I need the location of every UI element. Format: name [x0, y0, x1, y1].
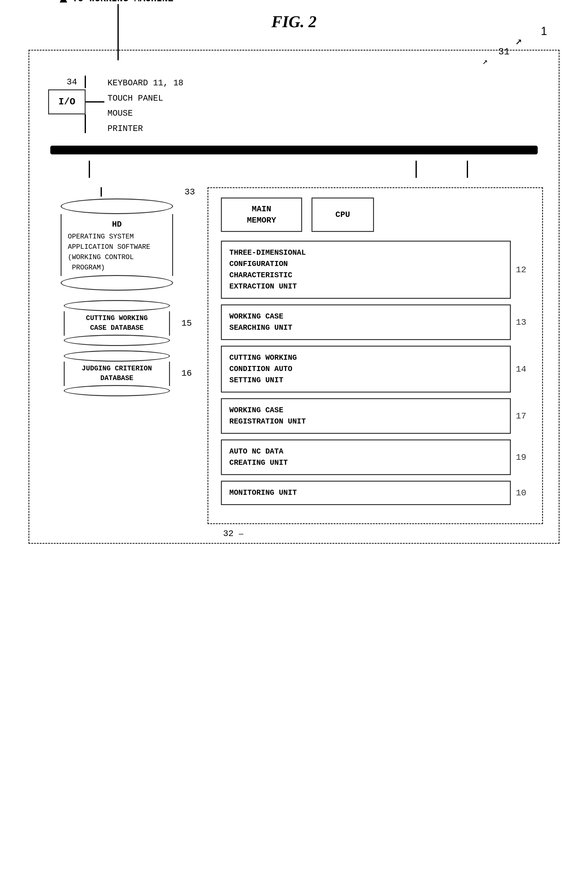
- io-section: 34 I/O KEYBOARD 11, 18 TOUCH PANEL MOUSE…: [45, 76, 543, 136]
- unit17-row: WORKING CASE REGISTRATION UNIT 17: [221, 398, 530, 434]
- unit12-box: THREE-DIMENSIONAL CONFIGURATION CHARACTE…: [221, 241, 511, 299]
- device-keyboard: KEYBOARD 11, 18: [108, 76, 183, 91]
- db2-body: JUDGING CRITERION DATABASE: [64, 362, 170, 386]
- ref-label-34: 34: [66, 77, 77, 87]
- ref-label-13: 13: [511, 305, 530, 340]
- to-working-machine-label: TO WORKING MACHINE: [72, 0, 173, 4]
- db1-body: CUTTING WORKING CASE DATABASE: [64, 311, 170, 336]
- io-container: 34 I/O: [48, 76, 104, 133]
- hd-label: HD: [68, 220, 166, 229]
- io-box: I/O: [48, 89, 86, 114]
- io-hline: [86, 101, 104, 102]
- cpu-label: CPU: [336, 209, 350, 221]
- device-touchpanel: TOUCH PANEL: [108, 91, 183, 106]
- top-components: MAINMEMORY CPU: [221, 198, 530, 232]
- main-memory-label: MAINMEMORY: [247, 203, 276, 226]
- db2-top: [64, 350, 170, 362]
- devices-list: KEYBOARD 11, 18 TOUCH PANEL MOUSE PRINTE…: [104, 76, 183, 136]
- unit14-row: CUTTING WORKING CONDITION AUTO SETTING U…: [221, 346, 530, 393]
- bus-bar-container: [45, 146, 543, 155]
- vline-to-hd: [89, 161, 90, 178]
- ref-arrow-1: ↗: [515, 34, 522, 48]
- db1-group: 15 CUTTING WORKING CASE DATABASE: [61, 300, 173, 346]
- hd-section: 33 HD OPERATING SYSTEM APPLICATION SOFTW…: [45, 187, 189, 524]
- right-column: MAINMEMORY CPU THREE-DIMENSIONAL CONFIGU…: [207, 187, 543, 524]
- cylinder-bottom: [61, 275, 173, 291]
- ref-label-16: 16: [181, 368, 192, 378]
- arrow-up-icon: [60, 0, 67, 3]
- cylinder-body: HD OPERATING SYSTEM APPLICATION SOFTWARE…: [61, 214, 173, 276]
- main-memory-box: MAINMEMORY: [221, 198, 302, 232]
- db1-label: CUTTING WORKING CASE DATABASE: [70, 314, 164, 333]
- vline-to-mainmem: [416, 161, 417, 178]
- device-printer: PRINTER: [108, 121, 183, 137]
- ref-label-14: 14: [511, 346, 530, 393]
- ref-label-15: 15: [181, 318, 192, 328]
- hd-cylinder: HD OPERATING SYSTEM APPLICATION SOFTWARE…: [61, 198, 173, 291]
- db2-label: JUDGING CRITERION DATABASE: [70, 364, 164, 383]
- hd-software-text: OPERATING SYSTEM APPLICATION SOFTWARE (W…: [68, 232, 166, 273]
- ref-label-33: 33: [184, 187, 195, 197]
- unit10-box: MONITORING UNIT: [221, 481, 511, 505]
- page-title: FIG. 2: [272, 12, 316, 31]
- db-cylinders: 15 CUTTING WORKING CASE DATABASE: [61, 300, 173, 399]
- ref-label-1: 1: [541, 25, 547, 38]
- db1-bottom: [64, 335, 170, 346]
- db1-cylinder: CUTTING WORKING CASE DATABASE: [61, 300, 173, 346]
- ref-label-12: 12: [511, 241, 530, 299]
- bus-connectors: [45, 161, 543, 178]
- db2-group: 16 JUDGING CRITERION DATABASE: [61, 350, 173, 396]
- inner-dashed-box: MAINMEMORY CPU THREE-DIMENSIONAL CONFIGU…: [207, 187, 543, 524]
- unit13-box: WORKING CASE SEARCHING UNIT: [221, 305, 511, 340]
- bus-bar: [50, 146, 538, 155]
- db2-bottom: [64, 385, 170, 396]
- unit10-row: MONITORING UNIT 10: [221, 481, 530, 505]
- main-content: 33 HD OPERATING SYSTEM APPLICATION SOFTW…: [45, 187, 543, 524]
- io-vline: [85, 114, 86, 133]
- unit19-row: AUTO NC DATA CREATING UNIT 19: [221, 440, 530, 475]
- db1-top: [64, 300, 170, 311]
- unit12-row: THREE-DIMENSIONAL CONFIGURATION CHARACTE…: [221, 241, 530, 299]
- unit17-box: WORKING CASE REGISTRATION UNIT: [221, 398, 511, 434]
- cylinder-top: [61, 198, 173, 214]
- ref-label-10: 10: [511, 481, 530, 505]
- db2-cylinder: JUDGING CRITERION DATABASE: [61, 350, 173, 396]
- unit14-box: CUTTING WORKING CONDITION AUTO SETTING U…: [221, 346, 511, 393]
- ref-label-17: 17: [511, 398, 530, 434]
- device-mouse: MOUSE: [108, 106, 183, 121]
- cpu-box: CPU: [312, 198, 374, 232]
- vline-to-cpu: [467, 161, 468, 178]
- unit19-box: AUTO NC DATA CREATING UNIT: [221, 440, 511, 475]
- outer-system-box: 34 I/O KEYBOARD 11, 18 TOUCH PANEL MOUSE…: [28, 50, 560, 544]
- ref-label-19: 19: [511, 440, 530, 475]
- ref-label-32: 32 —: [223, 529, 243, 539]
- unit13-row: WORKING CASE SEARCHING UNIT 13: [221, 305, 530, 340]
